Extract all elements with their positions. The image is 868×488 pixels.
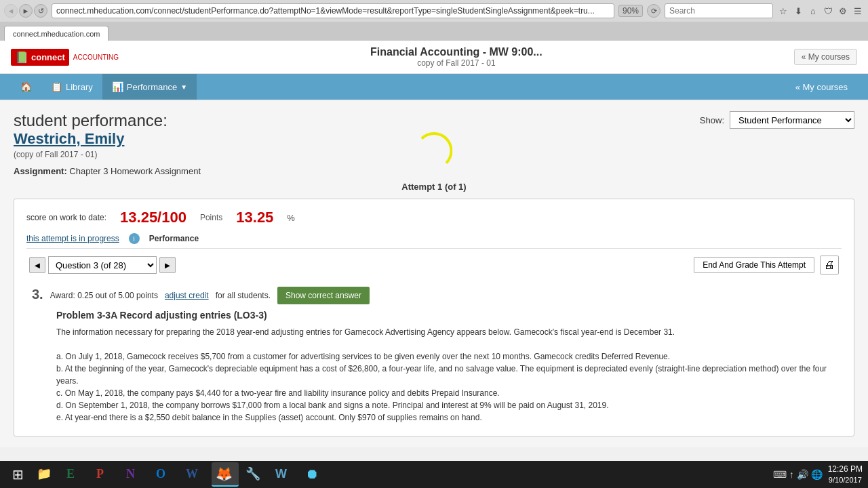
score-card: score on work to date: 13.25/100 Points …	[14, 199, 854, 436]
clock-time: 12:26 PM	[828, 464, 863, 475]
taskbar-excel[interactable]: E	[62, 462, 90, 487]
assignment-prefix: Assignment:	[14, 166, 67, 176]
logo-text: connect	[31, 52, 65, 62]
connect-logo: 📗 connect ACCOUNTING	[11, 49, 119, 66]
library-nav-icon: 📋	[51, 81, 62, 92]
show-select[interactable]: Student Performance Assignment Performan…	[730, 111, 854, 129]
page-title: student performance:	[14, 111, 201, 130]
assignment-info: Assignment: Chapter 3 Homework Assignmen…	[14, 166, 201, 176]
nav-my-courses[interactable]: « My courses	[786, 74, 857, 100]
browser-search[interactable]	[665, 3, 773, 18]
browser-chrome: ◄ ► ↺ connect.mheducation.com/connect/st…	[0, 0, 868, 41]
adjust-suffix: for all students.	[216, 291, 271, 300]
logo-icon: 📗	[15, 51, 28, 64]
shield-icon[interactable]: 🛡	[822, 5, 834, 17]
browser-icon-bar: ☆ ⬇ ⌂ 🛡 ⚙ ☰	[777, 5, 864, 17]
course-title-block: Financial Accounting - MW 9:00... copy o…	[119, 46, 794, 68]
taskbar-app-w[interactable]: W	[271, 462, 298, 487]
nav-performance[interactable]: 📊 Performance ▼	[102, 74, 197, 100]
in-progress-tab[interactable]: this attempt is in progress	[26, 234, 119, 243]
next-question-button[interactable]: ►	[159, 257, 176, 273]
performance-tab[interactable]: Performance	[149, 234, 199, 243]
zoom-indicator: 90%	[618, 5, 643, 17]
browser-nav-buttons: ◄ ► ↺	[4, 4, 47, 18]
prev-question-button[interactable]: ◄	[29, 257, 45, 273]
end-grade-button[interactable]: End And Grade This Attempt	[694, 257, 814, 273]
my-courses-button[interactable]: « My courses	[794, 49, 857, 65]
page-header: student performance: Westrich, Emily (co…	[14, 111, 854, 176]
logo-box: 📗 connect	[11, 49, 69, 66]
tabs-row: this attempt is in progress i Performanc…	[26, 233, 842, 249]
home-nav-icon: 🏠	[20, 81, 32, 92]
arrow-up-icon: ↑	[789, 469, 794, 480]
taskbar-outlook[interactable]: O	[152, 462, 179, 487]
question-header: 3. Award: 0.25 out of 5.00 points adjust…	[32, 287, 836, 304]
nav-library-label: Library	[66, 82, 93, 92]
forward-button[interactable]: ►	[19, 4, 33, 18]
windows-start-button[interactable]: ⊞	[5, 462, 30, 487]
question-nav-right: End And Grade This Attempt 🖨	[694, 256, 839, 274]
adjust-credit-link[interactable]: adjust credit	[165, 291, 209, 300]
nav-performance-label: Performance	[127, 82, 177, 92]
course-copy-label: (copy of Fall 2017 - 01)	[14, 150, 201, 159]
clock-date: 9/10/2017	[828, 475, 863, 485]
award-text: Award: 0.25 out of 5.00 points	[50, 291, 158, 300]
score-top-row: score on work to date: 13.25/100 Points …	[26, 209, 842, 226]
browser-tab[interactable]: connect.mheducation.com	[4, 26, 108, 41]
score-fraction: 13.25/100	[120, 209, 186, 226]
app-header: 📗 connect ACCOUNTING Financial Accountin…	[0, 41, 868, 100]
logo-subtitle: ACCOUNTING	[73, 54, 119, 61]
taskbar-snagit[interactable]: 🔧	[241, 462, 269, 487]
refresh-button[interactable]: ⟳	[647, 4, 660, 18]
problem-text-e: e. At year-end there is a $2,550 debit b…	[56, 411, 836, 424]
show-correct-button[interactable]: Show correct answer	[277, 287, 370, 304]
reload-button[interactable]: ↺	[34, 4, 47, 18]
keyboard-icon: ⌨	[773, 469, 787, 480]
browser-toolbar: ◄ ► ↺ connect.mheducation.com/connect/st…	[0, 0, 868, 22]
extension-icon[interactable]: ⚙	[837, 5, 849, 17]
course-sub: copy of Fall 2017 - 01	[119, 58, 794, 68]
taskbar-powerpoint[interactable]: P	[92, 462, 119, 487]
nav-my-courses-label: « My courses	[795, 82, 848, 92]
pct-sym: %	[287, 213, 295, 223]
menu-icon[interactable]: ☰	[852, 5, 864, 17]
student-name-link[interactable]: Westrich, Emily	[14, 130, 201, 148]
star-icon[interactable]: ☆	[777, 5, 789, 17]
page-title-block: student performance: Westrich, Emily (co…	[14, 111, 201, 176]
taskbar-recording-app[interactable]: ⏺	[301, 462, 328, 487]
problem-text-a: a. On July 1, 2018, Gamecock receives $5…	[56, 350, 836, 363]
network-icon: 🌐	[811, 469, 823, 480]
show-label: Show:	[700, 115, 724, 125]
back-button[interactable]: ◄	[4, 4, 18, 18]
main-content: student performance: Westrich, Emily (co…	[0, 100, 868, 447]
download-icon[interactable]: ⬇	[792, 5, 804, 17]
taskbar-time: 12:26 PM 9/10/2017	[828, 464, 863, 485]
problem-title: Problem 3-3A Record adjusting entries (L…	[32, 310, 836, 321]
info-icon[interactable]: i	[129, 233, 140, 244]
loading-spinner	[416, 132, 453, 169]
problem-text-b: b. At the beginning of the year, Gamecoc…	[56, 363, 836, 387]
question-nav: ◄ Question 3 (of 28) ► End And Grade Thi…	[26, 256, 842, 274]
taskbar-left: ⊞ 📁 E P N O W 🦊 🔧 W ⏺	[5, 462, 328, 487]
nav-home[interactable]: 🏠	[11, 74, 41, 100]
problem-text-intro: The information necessary for preparing …	[56, 326, 836, 338]
taskbar-onenote[interactable]: N	[122, 462, 149, 487]
taskbar-word[interactable]: W	[182, 462, 209, 487]
question-block: 3. Award: 0.25 out of 5.00 points adjust…	[26, 284, 842, 426]
taskbar-firefox[interactable]: 🦊	[212, 462, 239, 487]
points-label: Points	[200, 213, 222, 222]
home-browser-icon[interactable]: ⌂	[807, 5, 819, 17]
assignment-name: Chapter 3 Homework Assignment	[69, 166, 201, 176]
print-button[interactable]: 🖨	[820, 256, 839, 274]
address-bar[interactable]: connect.mheducation.com/connect/studentP…	[52, 3, 614, 18]
show-area: Show: Student Performance Assignment Per…	[700, 111, 854, 129]
volume-icon: 🔊	[797, 469, 808, 480]
tab-bar: connect.mheducation.com	[0, 22, 868, 41]
problem-text-d: d. On September 1, 2018, the company bor…	[56, 399, 836, 411]
taskbar-file-explorer[interactable]: 📁	[33, 462, 60, 487]
problem-text: The information necessary for preparing …	[32, 326, 836, 424]
nav-library[interactable]: 📋 Library	[41, 74, 102, 100]
question-select[interactable]: Question 3 (of 28)	[48, 256, 157, 274]
score-pct: 13.25	[236, 209, 273, 226]
system-tray-icons: ⌨ ↑ 🔊 🌐	[773, 469, 823, 480]
